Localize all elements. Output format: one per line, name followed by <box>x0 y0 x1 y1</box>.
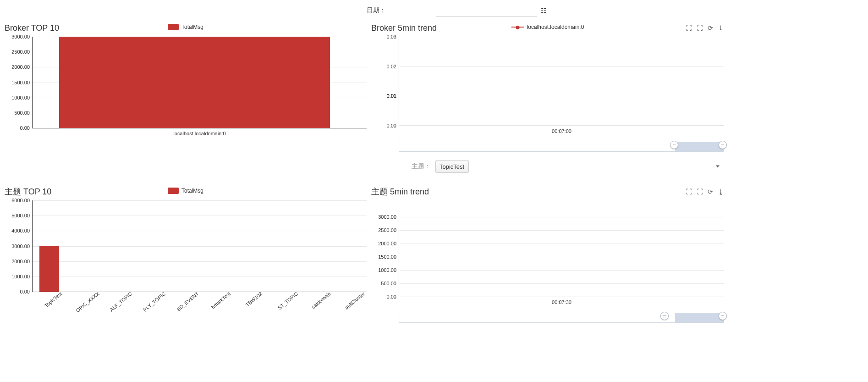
zoom-icon[interactable]: ⛶ <box>686 188 692 195</box>
x-tick: PLY_TOPIC <box>142 291 166 312</box>
x-tick: ST_TOPIC <box>276 291 299 311</box>
chart-toolbox: ⛶ ⛶ ⟳ ⭳ <box>686 24 724 32</box>
x-tick: caldomain <box>310 291 331 310</box>
panel-title: Broker TOP 10 <box>5 23 59 33</box>
topic-trend-panel: 主题 5min trend ⛶ ⛶ ⟳ ⭳ 0.00500.001000.001… <box>371 185 724 323</box>
broker-top10-panel: Broker TOP 10 TotalMsg 0.00500.001000.00… <box>5 21 367 176</box>
y-tick: 5000.00 <box>6 213 30 218</box>
topic-label: 主题： <box>371 162 435 171</box>
topic-top10-chart: 0.001000.002000.003000.004000.005000.006… <box>32 200 367 292</box>
y-tick: 3000.00 <box>373 214 396 220</box>
zoom-reset-icon[interactable]: ⛶ <box>697 188 703 195</box>
y-tick: 4000.00 <box>6 228 30 233</box>
y-tick: 0.02 <box>373 64 396 69</box>
legend-label: localhost.localdomain:0 <box>527 24 584 30</box>
x-tick: TBW102 <box>244 291 263 308</box>
x-tick: OPIC_XXXX <box>75 291 100 313</box>
chart-toolbox: ⛶ ⛶ ⟳ ⭳ <box>686 188 724 195</box>
x-tick: ALF_TOPIC <box>109 291 133 313</box>
bar <box>59 37 330 128</box>
y-tick: 1000.00 <box>6 95 30 100</box>
panel-title: Broker 5min trend <box>371 23 437 33</box>
legend-line-icon <box>511 27 524 28</box>
y-tick: 500.00 <box>373 281 396 286</box>
y-tick: 2000.00 <box>6 64 30 70</box>
y-tick: 0.03 <box>373 34 396 39</box>
date-label: 日期： <box>367 6 386 15</box>
slider-handle-start[interactable] <box>670 141 678 149</box>
legend-label: TotalMsg <box>181 24 203 30</box>
x-tick: 00:07:30 <box>552 299 571 305</box>
y-tick: 0.00 <box>373 123 396 128</box>
y-tick: 500.00 <box>6 110 30 116</box>
y-tick: 6000.00 <box>6 198 30 203</box>
y-tick: 1000.00 <box>373 267 396 273</box>
x-tick: localhost.localdomain:0 <box>173 131 225 136</box>
legend-swatch <box>168 24 179 30</box>
x-tick: ED_EVENT <box>176 291 200 312</box>
y-tick: 0.00 <box>6 125 30 131</box>
calendar-icon[interactable]: ☷ <box>541 7 547 14</box>
time-range-slider[interactable] <box>399 313 724 323</box>
legend-label: TotalMsg <box>181 188 203 194</box>
broker-top10-chart: 0.00500.001000.001500.002000.002500.0030… <box>32 37 367 128</box>
legend-swatch <box>168 188 179 194</box>
date-input[interactable] <box>436 5 537 17</box>
legend: TotalMsg <box>168 188 203 194</box>
y-tick: 0.01 <box>373 93 396 99</box>
legend: localhost.localdomain:0 <box>511 24 584 30</box>
y-tick: 2000.00 <box>373 241 396 246</box>
top-bar: 日期： ☷ <box>0 5 868 21</box>
legend: TotalMsg <box>168 24 203 30</box>
x-tick: aultCluster <box>344 291 366 310</box>
y-tick: 2500.00 <box>6 49 30 55</box>
y-tick: 1500.00 <box>373 254 396 260</box>
bar <box>39 246 60 292</box>
topic-top10-panel: 主题 TOP 10 TotalMsg 0.001000.002000.00300… <box>5 185 367 323</box>
zoom-reset-icon[interactable]: ⛶ <box>697 24 703 32</box>
y-tick: 2500.00 <box>373 227 396 233</box>
x-tick: 00:07:00 <box>552 128 571 134</box>
zoom-icon[interactable]: ⛶ <box>686 24 692 32</box>
y-tick: 3000.00 <box>6 244 30 249</box>
panel-title: 主题 TOP 10 <box>5 186 51 197</box>
broker-trend-panel: Broker 5min trend ⛶ ⛶ ⟳ ⭳ localhost.loca… <box>371 21 724 176</box>
y-tick: 0.00 <box>6 289 30 294</box>
y-tick: 3000.00 <box>6 34 30 39</box>
y-tick: 0.00 <box>373 294 396 299</box>
slider-handle-end[interactable] <box>719 312 727 320</box>
slider-handle-start[interactable] <box>660 312 669 320</box>
refresh-icon[interactable]: ⟳ <box>708 188 713 195</box>
panel-title: 主题 5min trend <box>371 186 429 197</box>
y-tick: 1500.00 <box>6 80 30 85</box>
broker-trend-chart: 0.000.010.010.010.020.0300:07:00 <box>399 37 724 126</box>
topic-trend-chart: 0.00500.001000.001500.002000.002500.0030… <box>399 217 724 297</box>
y-tick: 1000.00 <box>6 274 30 279</box>
x-tick: TopicTest <box>44 291 63 309</box>
time-range-slider[interactable] <box>399 142 724 152</box>
download-icon[interactable]: ⭳ <box>718 188 724 195</box>
refresh-icon[interactable]: ⟳ <box>708 24 713 32</box>
download-icon[interactable]: ⭳ <box>718 24 724 32</box>
x-tick: hmarkTest <box>210 291 231 310</box>
slider-handle-end[interactable] <box>719 141 727 149</box>
topic-select[interactable]: TopicTest <box>435 160 469 173</box>
y-tick: 2000.00 <box>6 259 30 264</box>
